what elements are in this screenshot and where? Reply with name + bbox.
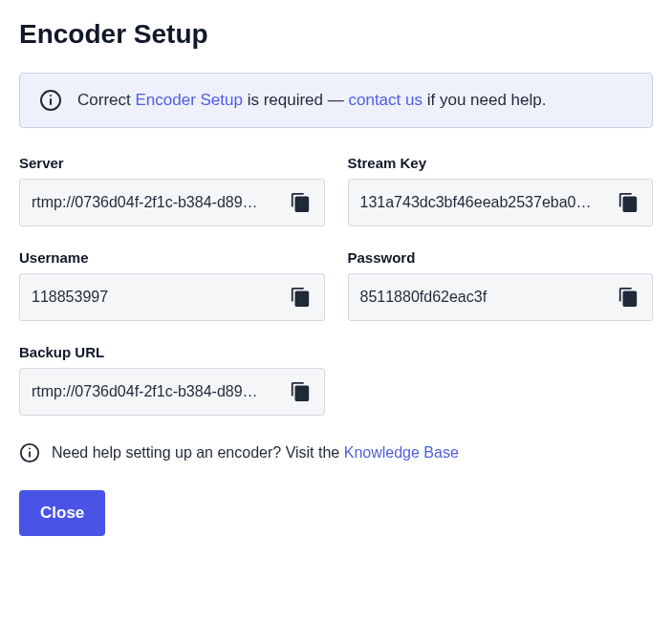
info-icon xyxy=(39,89,62,112)
knowledge-base-link[interactable]: Knowledge Base xyxy=(344,444,459,461)
copy-icon xyxy=(290,381,311,402)
username-label: Username xyxy=(19,249,325,266)
close-button[interactable]: Close xyxy=(19,490,105,536)
password-label: Password xyxy=(348,249,654,266)
backup-url-field: Backup URL rtmp://0736d04f-2f1c-b384-d89… xyxy=(19,344,325,416)
copy-icon xyxy=(290,192,311,213)
page-title: Encoder Setup xyxy=(19,19,653,50)
username-value: 118853997 xyxy=(32,289,280,306)
stream-key-value: 131a743dc3bf46eeab2537eba0… xyxy=(360,194,609,211)
backup-url-value-box: rtmp://0736d04f-2f1c-b384-d89… xyxy=(19,368,325,416)
contact-us-link[interactable]: contact us xyxy=(348,91,423,109)
stream-key-field: Stream Key 131a743dc3bf46eeab2537eba0… xyxy=(348,155,654,226)
server-field: Server rtmp://0736d04f-2f1c-b384-d89… xyxy=(19,155,325,226)
password-value: 8511880fd62eac3f xyxy=(360,289,609,306)
copy-username-button[interactable] xyxy=(288,285,313,310)
copy-backup-url-button[interactable] xyxy=(288,379,313,404)
copy-password-button[interactable] xyxy=(616,285,640,310)
username-value-box: 118853997 xyxy=(19,273,325,321)
copy-server-button[interactable] xyxy=(288,190,313,215)
banner-text: Correct Encoder Setup is required — cont… xyxy=(77,91,546,110)
password-value-box: 8511880fd62eac3f xyxy=(348,273,654,321)
backup-url-label: Backup URL xyxy=(19,344,325,360)
server-value: rtmp://0736d04f-2f1c-b384-d89… xyxy=(32,194,280,211)
backup-url-value: rtmp://0736d04f-2f1c-b384-d89… xyxy=(32,383,280,400)
username-field: Username 118853997 xyxy=(19,249,325,321)
copy-stream-key-button[interactable] xyxy=(616,190,640,215)
server-value-box: rtmp://0736d04f-2f1c-b384-d89… xyxy=(19,179,325,226)
password-field: Password 8511880fd62eac3f xyxy=(348,249,654,321)
stream-key-value-box: 131a743dc3bf46eeab2537eba0… xyxy=(348,179,654,226)
copy-icon xyxy=(618,192,639,213)
hint-text: Need help setting up an encoder? Visit t… xyxy=(52,444,459,462)
copy-icon xyxy=(618,287,639,308)
stream-key-label: Stream Key xyxy=(348,155,654,171)
server-label: Server xyxy=(19,155,325,171)
setup-info-banner: Correct Encoder Setup is required — cont… xyxy=(19,73,653,128)
info-icon xyxy=(19,442,40,463)
encoder-setup-link[interactable]: Encoder Setup xyxy=(135,91,242,109)
help-hint: Need help setting up an encoder? Visit t… xyxy=(19,442,653,463)
copy-icon xyxy=(290,287,311,308)
